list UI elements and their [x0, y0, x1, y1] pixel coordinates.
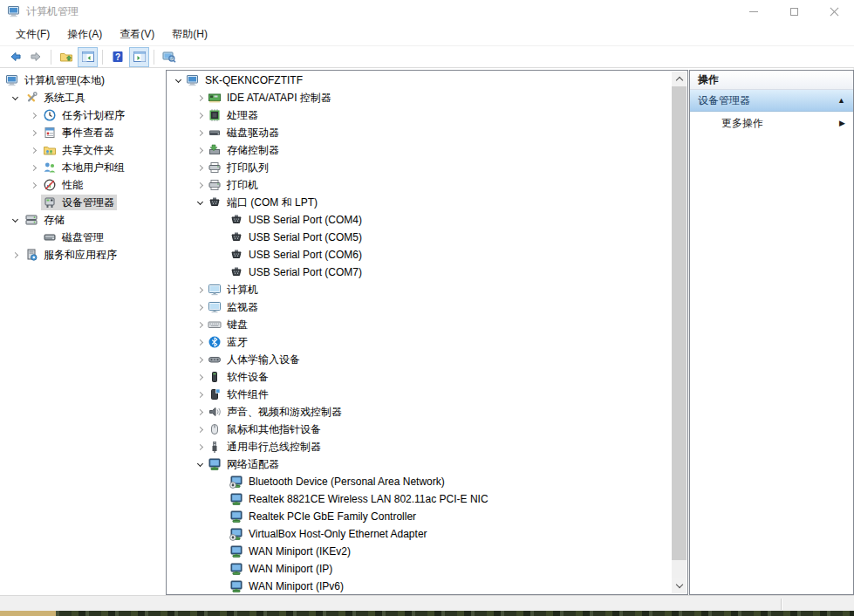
console-tree-item[interactable]: 计算机管理(本地) — [0, 72, 166, 89]
up-one-level-button[interactable] — [56, 47, 76, 67]
tree-item-core: 本地用户和组 — [41, 160, 127, 175]
scrollbar-thumb[interactable] — [672, 86, 687, 560]
console-tree-item[interactable]: 共享文件夹 — [0, 141, 166, 159]
menu-file[interactable]: 文件(F) — [7, 24, 58, 45]
expand-arrow-icon[interactable] — [195, 445, 206, 449]
expand-arrow-icon[interactable] — [195, 323, 206, 327]
scrollbar-up-button[interactable] — [672, 72, 687, 86]
device-tree-item[interactable]: 磁盘驱动器 — [167, 124, 672, 141]
help-button[interactable]: ? — [107, 47, 127, 67]
tree-item-core: Realtek PCIe GbE Family Controller — [228, 509, 419, 524]
forward-button[interactable] — [26, 47, 46, 67]
device-tree-item[interactable]: WAN Miniport (IKEv2) — [167, 543, 672, 560]
collapse-arrow-icon[interactable] — [173, 79, 184, 82]
device-tree-item[interactable]: WAN Miniport (IPv6) — [167, 578, 672, 593]
expand-arrow-icon[interactable] — [195, 393, 206, 397]
device-tree-item[interactable]: 计算机 — [167, 281, 672, 298]
tree-item-core: Realtek 8821CE Wireless LAN 802.11ac PCI… — [228, 491, 491, 507]
maximize-icon — [790, 8, 798, 16]
expand-arrow-icon[interactable] — [195, 410, 206, 414]
expand-arrow-icon[interactable] — [26, 183, 41, 188]
tree-item-core: 系统工具 — [23, 90, 88, 106]
device-tree: SK-QEKNCOFZTITFIDE ATA/ATAPI 控制器处理器磁盘驱动器… — [167, 71, 672, 593]
menu-view[interactable]: 查看(V) — [111, 24, 163, 45]
tree-item-core: IDE ATA/ATAPI 控制器 — [206, 90, 334, 106]
device-tree-item[interactable]: USB Serial Port (COM7) — [167, 264, 672, 281]
device-tree-item[interactable]: 打印队列 — [167, 159, 672, 176]
device-tree-item[interactable]: IDE ATA/ATAPI 控制器 — [167, 89, 672, 106]
expand-arrow-icon[interactable] — [195, 288, 206, 292]
serial-port-icon — [229, 230, 243, 244]
expand-arrow-icon[interactable] — [195, 375, 206, 380]
expand-arrow-icon[interactable] — [8, 253, 23, 257]
collapse-arrow-icon[interactable] — [195, 463, 206, 466]
expand-arrow-icon[interactable] — [195, 428, 206, 432]
device-tree-item[interactable]: 声音、视频和游戏控制器 — [167, 403, 672, 421]
device-tree-item[interactable]: 软件设备 — [167, 368, 672, 386]
maximize-button[interactable] — [774, 0, 814, 23]
expand-arrow-icon[interactable] — [195, 340, 206, 345]
device-tree-item[interactable]: USB Serial Port (COM5) — [167, 229, 672, 246]
device-tree-item[interactable]: 蓝牙 — [167, 333, 672, 351]
device-tree-item[interactable]: 打印机 — [167, 176, 672, 194]
console-tree-item[interactable]: 任务计划程序 — [0, 106, 166, 124]
console-tree-item[interactable]: 存储 — [0, 211, 166, 229]
expand-arrow-icon[interactable] — [26, 113, 41, 118]
device-tree-item[interactable]: USB Serial Port (COM4) — [167, 211, 672, 229]
console-tree-item[interactable]: 设备管理器 — [0, 194, 166, 211]
device-tree-item[interactable]: WAN Miniport (IP) — [167, 560, 672, 578]
expand-arrow-icon[interactable] — [195, 358, 206, 362]
expand-arrow-icon[interactable] — [195, 166, 206, 170]
scan-hardware-changes-button[interactable] — [159, 47, 179, 67]
device-tree-item[interactable]: 监视器 — [167, 298, 672, 316]
close-button[interactable] — [814, 0, 854, 23]
expand-arrow-icon[interactable] — [26, 131, 41, 135]
device-tree-item[interactable]: Realtek 8821CE Wireless LAN 802.11ac PCI… — [167, 490, 672, 508]
more-actions-item[interactable]: 更多操作 ▶ — [690, 112, 853, 134]
device-tree-item[interactable]: 键盘 — [167, 316, 672, 333]
desktop-patch — [0, 611, 56, 616]
console-tree-item[interactable]: 磁盘管理 — [0, 229, 166, 246]
device-tree-item[interactable]: 网络适配器 — [167, 455, 672, 473]
console-tree-item[interactable]: 本地用户和组 — [0, 159, 166, 176]
device-tree-item[interactable]: SK-QEKNCOFZTITF — [167, 72, 672, 89]
expand-arrow-icon[interactable] — [195, 183, 206, 188]
vertical-scrollbar[interactable] — [672, 72, 687, 593]
expand-arrow-icon[interactable] — [195, 305, 206, 310]
expand-arrow-icon[interactable] — [26, 166, 41, 170]
console-tree-item[interactable]: 服务和应用程序 — [0, 246, 166, 264]
expand-arrow-icon[interactable] — [195, 96, 206, 100]
arrow-left-icon — [8, 50, 22, 64]
device-tree-item[interactable]: VirtualBox Host-Only Ethernet Adapter — [167, 525, 672, 543]
console-tree-item[interactable]: 系统工具 — [0, 89, 166, 106]
device-tree-item[interactable]: 通用串行总线控制器 — [167, 438, 672, 455]
expand-arrow-icon[interactable] — [195, 148, 206, 153]
device-tree-item[interactable]: 处理器 — [167, 106, 672, 124]
collapse-arrow-icon[interactable] — [8, 97, 23, 99]
scrollbar-down-button[interactable] — [672, 578, 687, 593]
toggle-console-tree-button[interactable] — [78, 47, 98, 67]
collapse-section-icon[interactable]: ▲ — [837, 96, 845, 105]
minimize-button[interactable] — [734, 0, 774, 23]
expand-arrow-icon[interactable] — [26, 148, 41, 153]
expand-arrow-icon[interactable] — [195, 131, 206, 135]
expand-arrow-icon[interactable] — [195, 113, 206, 118]
device-tree-item[interactable]: Realtek PCIe GbE Family Controller — [167, 508, 672, 525]
back-button[interactable] — [4, 47, 24, 67]
actions-section-device-manager[interactable]: 设备管理器 ▲ — [690, 90, 853, 112]
menu-action[interactable]: 操作(A) — [58, 24, 111, 45]
device-tree-item[interactable]: USB Serial Port (COM6) — [167, 246, 672, 264]
device-tree-item[interactable]: Bluetooth Device (Personal Area Network) — [167, 473, 672, 490]
collapse-arrow-icon[interactable] — [8, 219, 23, 222]
device-tree-item[interactable]: 软件组件 — [167, 386, 672, 403]
device-tree-item[interactable]: 鼠标和其他指针设备 — [167, 421, 672, 438]
console-tree-item[interactable]: 事件查看器 — [0, 124, 166, 141]
toggle-action-pane-button[interactable] — [129, 47, 149, 67]
menu-help[interactable]: 帮助(H) — [163, 24, 216, 45]
console-tree-item[interactable]: 性能 — [0, 176, 166, 194]
device-tree-item[interactable]: 端口 (COM 和 LPT) — [167, 194, 672, 211]
collapse-arrow-icon[interactable] — [195, 202, 206, 204]
device-tree-item[interactable]: 存储控制器 — [167, 141, 672, 159]
device-tree-item[interactable]: 人体学输入设备 — [167, 351, 672, 368]
actions-header: 操作 — [690, 71, 853, 90]
